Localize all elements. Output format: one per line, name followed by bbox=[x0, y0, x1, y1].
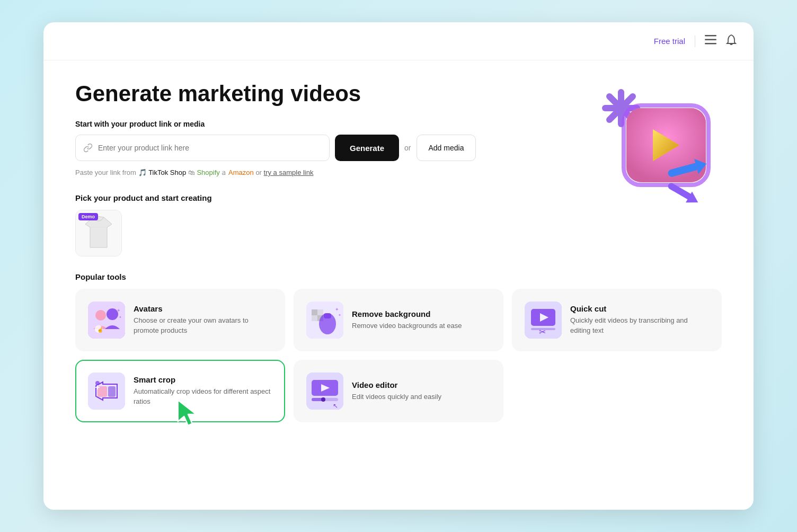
video-editor-tool-icon: ↖ bbox=[306, 373, 343, 410]
tool-card-video-editor[interactable]: ↖ Video editor Edit videos quickly and e… bbox=[294, 360, 503, 422]
tool-card-remove-bg[interactable]: ✦ ✦ Remove background Remove video backg… bbox=[294, 289, 503, 351]
svg-rect-28 bbox=[324, 313, 331, 318]
generate-button[interactable]: Generate bbox=[335, 135, 399, 161]
header: Free trial bbox=[43, 22, 754, 60]
tool-info-smart-crop: Smart crop Automatically crop videos for… bbox=[134, 375, 272, 407]
tool-info-avatars: Avatars Choose or create your own avatar… bbox=[134, 304, 272, 336]
svg-rect-25 bbox=[312, 309, 317, 315]
hero-section: Generate marketing videos Start with you… bbox=[75, 82, 722, 256]
svg-rect-35 bbox=[531, 328, 555, 330]
svg-text:✦: ✦ bbox=[335, 307, 339, 312]
svg-rect-1 bbox=[705, 39, 716, 41]
tool-desc-smart-crop: Automatically crop videos for different … bbox=[134, 387, 272, 407]
tool-card-smart-crop[interactable]: Smart crop Automatically crop videos for… bbox=[75, 360, 285, 422]
tool-desc-avatars: Choose or create your own avatars to pro… bbox=[134, 316, 272, 336]
tool-desc-quick-cut: Quickly edit videos by transcribing and … bbox=[570, 316, 709, 336]
product-link-input[interactable] bbox=[75, 135, 330, 161]
menu-icon[interactable] bbox=[705, 35, 716, 47]
tiktok-link[interactable]: TikTok Shop bbox=[148, 169, 186, 176]
hero-visual bbox=[584, 76, 722, 214]
tool-title-video-editor: Video editor bbox=[352, 380, 441, 389]
main-window: Free trial bbox=[43, 22, 754, 510]
tool-title-remove-bg: Remove background bbox=[352, 309, 462, 318]
tool-card-avatars[interactable]: ☝ ✦ ✦ Avatars Choose or create your own … bbox=[75, 289, 285, 351]
free-trial-link[interactable]: Free trial bbox=[654, 37, 685, 46]
svg-point-45 bbox=[321, 397, 325, 402]
svg-text:☝: ☝ bbox=[97, 326, 104, 333]
smart-crop-tool-icon bbox=[88, 373, 125, 410]
svg-point-39 bbox=[95, 381, 100, 385]
tool-info-video-editor: Video editor Edit videos quickly and eas… bbox=[352, 380, 441, 402]
tools-section-label: Popular tools bbox=[75, 272, 722, 281]
svg-text:✦: ✦ bbox=[117, 308, 121, 313]
svg-rect-38 bbox=[108, 386, 116, 397]
tool-title-smart-crop: Smart crop bbox=[134, 375, 272, 384]
svg-text:✦: ✦ bbox=[119, 315, 122, 319]
tools-grid: ☝ ✦ ✦ Avatars Choose or create your own … bbox=[75, 289, 722, 422]
sample-link[interactable]: try a sample link bbox=[264, 169, 314, 176]
product-thumbnail[interactable]: Demo bbox=[75, 210, 122, 256]
main-content: Generate marketing videos Start with you… bbox=[43, 60, 754, 444]
or-separator: or bbox=[404, 144, 411, 152]
svg-rect-0 bbox=[705, 35, 716, 37]
shopify-link[interactable]: Shopify bbox=[197, 169, 219, 176]
quick-cut-tool-icon: ✂ bbox=[525, 302, 562, 339]
tool-info-quick-cut: Quick cut Quickly edit videos by transcr… bbox=[570, 304, 709, 336]
tool-title-quick-cut: Quick cut bbox=[570, 304, 709, 313]
tool-title-avatars: Avatars bbox=[134, 304, 272, 313]
header-divider bbox=[695, 36, 695, 47]
svg-text:↖: ↖ bbox=[333, 402, 338, 410]
svg-rect-2 bbox=[705, 43, 716, 45]
avatar-tool-icon: ☝ ✦ ✦ bbox=[88, 302, 125, 339]
remove-bg-tool-icon: ✦ ✦ bbox=[306, 302, 343, 339]
notification-icon[interactable] bbox=[726, 34, 737, 48]
add-media-button[interactable]: Add media bbox=[417, 135, 476, 161]
demo-badge: Demo bbox=[78, 213, 98, 220]
tool-desc-video-editor: Edit videos quickly and easily bbox=[352, 392, 441, 402]
svg-point-17 bbox=[95, 310, 106, 321]
tool-info-remove-bg: Remove background Remove video backgroun… bbox=[352, 309, 462, 331]
svg-rect-37 bbox=[98, 386, 107, 397]
svg-rect-16 bbox=[88, 302, 125, 339]
tool-desc-remove-bg: Remove video backgrounds at ease bbox=[352, 321, 462, 331]
tool-card-quick-cut[interactable]: ✂ Quick cut Quickly edit videos by trans… bbox=[512, 289, 722, 351]
svg-text:✦: ✦ bbox=[338, 313, 341, 317]
amazon-link[interactable]: Amazon bbox=[228, 169, 254, 176]
